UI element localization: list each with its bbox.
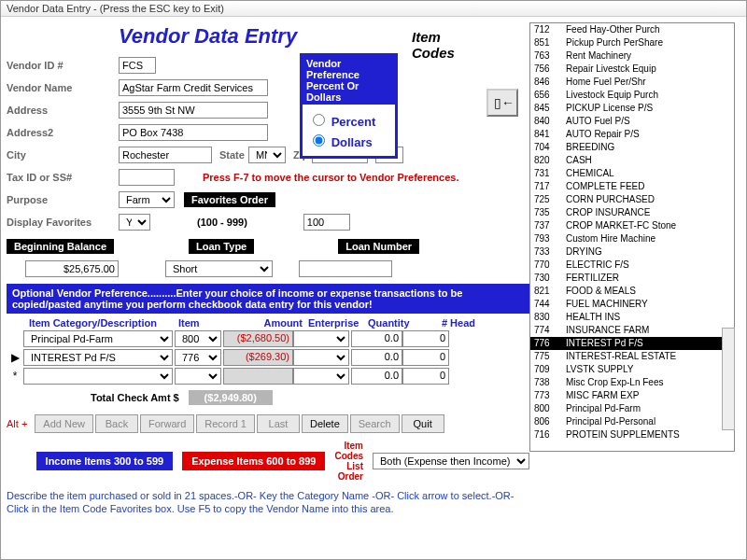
total-value: ($2,949.80)	[189, 390, 273, 405]
favorites-order-field[interactable]	[303, 214, 350, 231]
address2-field[interactable]	[119, 124, 268, 141]
code-row[interactable]: 737CROP MARKET-FC Stone	[530, 219, 734, 232]
code-row[interactable]: 738Misc Crop Exp-Ln Fees	[530, 376, 734, 389]
record1-button[interactable]: Record 1	[196, 414, 255, 433]
code-row[interactable]: 733DRYING	[530, 245, 734, 259]
category-select[interactable]	[23, 368, 173, 385]
beginning-balance-field[interactable]	[25, 260, 119, 277]
item-select[interactable]: 800	[175, 330, 221, 347]
window-title: Vendor Data Entry - (Press the ESC key t…	[1, 1, 746, 17]
code-row[interactable]: 806Principal Pd-Personal	[530, 415, 734, 428]
table-scrollbar[interactable]	[722, 328, 735, 430]
code-row[interactable]: 763Rent Machinery	[530, 49, 734, 63]
code-row[interactable]: 851Pickup Purch PerShare	[530, 36, 734, 49]
code-row[interactable]: 735CROP INSURANCE	[530, 206, 734, 219]
head-cell[interactable]: 0	[402, 368, 449, 385]
income-items-button[interactable]: Income Items 300 to 599	[36, 452, 174, 470]
code-row[interactable]: 712Feed Hay-Other Purch	[530, 23, 734, 36]
code-row[interactable]: 821FOOD & MEALS	[530, 285, 734, 298]
label-tax-id: Tax ID or SS#	[7, 172, 119, 183]
delete-button[interactable]: Delete	[302, 414, 348, 433]
pref-percent-radio[interactable]: Percent	[308, 111, 389, 129]
amount-cell[interactable]: ($269.30)	[223, 349, 293, 366]
code-row[interactable]: 840AUTO Fuel P/S	[530, 115, 734, 128]
category-select[interactable]: Principal Pd-Farm	[23, 330, 173, 347]
head-cell[interactable]: 0	[402, 330, 449, 347]
hint-f7: Press F-7 to move the cursor to Vendor P…	[203, 172, 458, 183]
item-select[interactable]	[175, 368, 221, 385]
exit-icon-button[interactable]: ▯←	[486, 89, 518, 117]
city-field[interactable]	[119, 147, 212, 163]
enterprise-select[interactable]	[293, 349, 349, 366]
quantity-cell[interactable]: 0.0	[351, 349, 402, 366]
code-row[interactable]: 776INTEREST Pd F/S	[530, 337, 734, 350]
quantity-cell[interactable]: 0.0	[351, 330, 402, 347]
label-purpose: Purpose	[7, 194, 119, 205]
code-row[interactable]: 709LVSTK SUPPLY	[530, 363, 734, 376]
preference-instructions: Optional Vendor Preference..........Ente…	[7, 284, 529, 314]
code-row[interactable]: 730FERTILIZER	[530, 272, 734, 285]
code-row[interactable]: 793Custom Hire Machine	[530, 232, 734, 245]
amount-cell[interactable]: ($2,680.50)	[223, 330, 293, 347]
item-codes-header: Item Codes	[412, 29, 477, 61]
code-row[interactable]: 756Repair Livestck Equip	[530, 63, 734, 76]
forward-button[interactable]: Forward	[140, 414, 194, 433]
quantity-cell[interactable]: 0.0	[351, 368, 402, 385]
item-select[interactable]: 776	[175, 349, 221, 366]
category-select[interactable]: INTEREST Pd F/S	[23, 349, 173, 366]
code-row[interactable]: 656Livestock Equip Purch	[530, 89, 734, 102]
search-button[interactable]: Search	[350, 414, 400, 433]
item-codes-list[interactable]: 712Feed Hay-Other Purch851Pickup Purch P…	[529, 22, 735, 452]
code-row[interactable]: 744FUEL MACHINERY	[530, 298, 734, 311]
vendor-preference-box: Vendor Preference Percent Or Dollars Per…	[300, 53, 398, 159]
code-row[interactable]: 716PROTEIN SUPPLEMENTS	[530, 428, 734, 441]
code-row[interactable]: 770ELECTRIC F/S	[530, 259, 734, 272]
list-order-select[interactable]: Both (Expense then Income)	[373, 453, 529, 469]
enterprise-select[interactable]	[293, 368, 349, 385]
alt-plus-label: Alt +	[7, 418, 27, 429]
amount-cell[interactable]	[223, 368, 293, 385]
head-cell[interactable]: 0	[402, 349, 449, 366]
code-row[interactable]: 775INTEREST-REAL ESTATE	[530, 350, 734, 363]
address-field[interactable]	[119, 102, 268, 119]
beginning-balance-label: Beginning Balance	[7, 239, 114, 254]
code-row[interactable]: 717COMPLETE FEED	[530, 180, 734, 193]
vendor-id-field[interactable]	[119, 57, 156, 74]
favorites-range: (100 - 999)	[197, 217, 247, 228]
code-row[interactable]: 773MISC FARM EXP	[530, 389, 734, 402]
code-row[interactable]: 774INSURANCE FARM	[530, 324, 734, 337]
back-button[interactable]: Back	[95, 414, 138, 433]
code-row[interactable]: 830HEALTH INS	[530, 311, 734, 324]
tax-id-field[interactable]	[119, 169, 175, 186]
table-row: ▶INTEREST Pd F/S776($269.30)0.00	[7, 349, 529, 366]
row-marker: ▶	[7, 351, 23, 364]
label-address2: Address2	[7, 127, 119, 138]
code-row[interactable]: 725CORN PURCHASED	[530, 193, 734, 206]
code-row[interactable]: 731CHEMICAL	[530, 167, 734, 180]
state-select[interactable]: MN	[248, 147, 286, 163]
total-label: Total Check Amt $	[91, 392, 179, 403]
loan-number-label: Loan Number	[338, 239, 419, 254]
display-favorites-select[interactable]: Y	[119, 214, 150, 231]
last-button[interactable]: Last	[257, 414, 300, 433]
row-marker: *	[7, 370, 23, 383]
label-display-favorites: Display Favorites	[7, 217, 119, 228]
quit-button[interactable]: Quit	[402, 414, 444, 433]
code-row[interactable]: 820CASH	[530, 154, 734, 167]
vendor-preference-header: Vendor Preference Percent Or Dollars	[303, 56, 395, 105]
expense-items-button[interactable]: Expense Items 600 to 899	[182, 452, 325, 470]
table-header-row: Item Category/Description Item Amount En…	[7, 314, 529, 330]
code-row[interactable]: 845PICKUP License P/S	[530, 102, 734, 115]
loan-number-field[interactable]	[299, 260, 392, 277]
vendor-name-field[interactable]	[119, 79, 268, 96]
enterprise-select[interactable]	[293, 330, 349, 347]
pref-dollars-radio[interactable]: Dollars	[308, 132, 389, 149]
loan-type-select[interactable]: Short	[165, 260, 273, 277]
purpose-select[interactable]: Farm	[119, 191, 175, 208]
add-new-button[interactable]: Add New	[35, 414, 93, 433]
label-vendor-id: Vendor ID #	[7, 60, 119, 71]
code-row[interactable]: 704BREEDING	[530, 141, 734, 154]
code-row[interactable]: 800Principal Pd-Farm	[530, 402, 734, 415]
code-row[interactable]: 846Home Fuel Per/Shr	[530, 76, 734, 89]
code-row[interactable]: 841AUTO Repair P/S	[530, 128, 734, 141]
